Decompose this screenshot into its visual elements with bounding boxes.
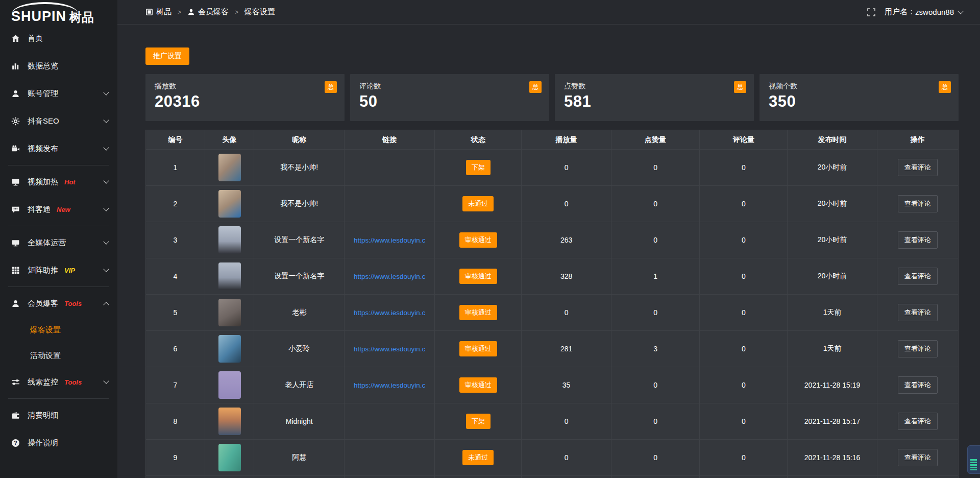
view-comments-button[interactable]: 查看评论 (898, 413, 938, 430)
sidebar-item-omnimedia[interactable]: 全媒体运营 (0, 229, 117, 256)
cell-actions (877, 476, 958, 478)
sidebar-divider (8, 226, 109, 226)
cell-likes: 0 (611, 186, 700, 222)
view-comments-button[interactable]: 查看评论 (898, 231, 938, 249)
cell-plays: 0 (522, 295, 611, 331)
tools-badge: Tools (64, 300, 82, 307)
video-link[interactable]: https://www.iesdouyin.c (347, 381, 432, 389)
total-badge: 总 (529, 81, 542, 93)
sidebar-item-account-management[interactable]: 账号管理 (0, 80, 117, 107)
status-badge[interactable]: 审核通过 (459, 269, 497, 284)
stat-card-plays: 播放数 20316 总 (145, 74, 345, 121)
promo-settings-button[interactable]: 推广设置 (145, 47, 189, 65)
app-logo: SHUPIN 树品 (0, 0, 117, 25)
cell-avatar (205, 186, 254, 222)
cell-id: 3 (146, 222, 205, 258)
video-link[interactable]: https://www.iesdouyin.c (347, 345, 432, 353)
status-badge[interactable]: 审核通过 (459, 341, 497, 356)
view-comments-button[interactable]: 查看评论 (898, 376, 938, 394)
cell-link: https://www.iesdouyin.c (345, 222, 435, 258)
stat-value: 20316 (155, 92, 335, 111)
video-link[interactable]: https://www.iesdouyin.c (347, 273, 432, 280)
view-comments-button[interactable]: 查看评论 (898, 195, 938, 212)
breadcrumb-item-shupin[interactable]: 树品 (156, 7, 172, 17)
sidebar-item-data-overview[interactable]: 数据总览 (0, 52, 117, 80)
sidebar-item-label: 矩阵助推 (28, 266, 58, 275)
sidebar-item-consumption-detail[interactable]: 消费明细 (0, 401, 117, 429)
avatar (218, 190, 241, 218)
cell-avatar (205, 367, 254, 403)
sidebar-item-home[interactable]: 首页 (0, 25, 117, 52)
sidebar-subitem-activity-settings[interactable]: 活动设置 (0, 343, 117, 368)
breadcrumb-separator: > (235, 9, 238, 16)
status-badge[interactable]: 未通过 (462, 196, 494, 211)
cell-avatar (205, 258, 254, 295)
sidebar-item-member-baoke[interactable]: 会员爆客 Tools (0, 290, 117, 317)
sidebar-divider (8, 286, 109, 287)
dashboard-icon (145, 8, 153, 16)
sidebar-subitem-baoke-settings[interactable]: 爆客设置 (0, 317, 117, 343)
status-badge[interactable]: 下架 (466, 160, 491, 175)
status-badge[interactable]: 未通过 (462, 450, 494, 465)
widget-bars-icon (970, 459, 977, 470)
col-header-status: 状态 (435, 130, 522, 150)
cell-actions: 查看评论 (877, 150, 958, 186)
cell-actions: 查看评论 (877, 295, 958, 331)
sidebar-item-label: 抖音SEO (28, 116, 59, 126)
cell-link: https://www.iesdouyin.c (345, 367, 435, 403)
cell-actions: 查看评论 (877, 258, 958, 295)
sidebar-item-douyin-seo[interactable]: 抖音SEO (0, 107, 117, 135)
breadcrumb-item-baoke-settings: 爆客设置 (244, 7, 275, 17)
sidebar-item-video-publish[interactable]: 视频发布 (0, 135, 117, 162)
video-link[interactable]: https://www.iesdouyin.c (347, 309, 432, 317)
cell-nickname: 我不是小帅! (254, 186, 345, 222)
cell-publish-time: 1天前 (788, 331, 877, 367)
cell-actions: 查看评论 (877, 367, 958, 403)
view-comments-button[interactable]: 查看评论 (898, 340, 938, 357)
view-comments-button[interactable]: 查看评论 (898, 268, 938, 285)
cell-comments: 0 (700, 295, 788, 331)
user-menu[interactable]: 用户名： zswodun88 (885, 7, 963, 17)
sidebar-item-video-heat[interactable]: 视频加热 Hot (0, 168, 117, 196)
total-badge: 总 (325, 81, 337, 93)
cell-likes: 0 (611, 367, 700, 403)
video-link[interactable]: https://www.iesdouyin.c (347, 236, 432, 244)
chevron-down-icon (103, 205, 109, 211)
user-icon (11, 299, 20, 308)
cell-publish-time: 20小时前 (788, 186, 877, 222)
table-row: 3 设置一个新名字 https://www.iesdouyin.c 审核通过 2… (146, 222, 959, 258)
stat-value: 581 (564, 92, 745, 111)
avatar (218, 444, 241, 471)
bar-chart-icon (11, 62, 20, 70)
floating-widget[interactable] (967, 445, 980, 474)
chevron-down-icon (103, 89, 109, 95)
username-label: 用户名： (885, 7, 915, 17)
cell-avatar (205, 403, 254, 440)
status-badge[interactable]: 审核通过 (459, 305, 497, 320)
tools-badge: Tools (64, 378, 82, 386)
sidebar-item-label: 全媒体运营 (28, 238, 66, 248)
cell-publish-time: 20小时前 (788, 150, 877, 186)
sidebar-item-matrix-boost[interactable]: 矩阵助推 VIP (0, 256, 117, 284)
cell-plays: 0 (522, 186, 611, 222)
status-badge[interactable]: 下架 (466, 414, 491, 429)
col-header-id: 编号 (146, 130, 205, 150)
sidebar-item-instructions[interactable]: ? 操作说明 (0, 429, 117, 457)
status-badge[interactable]: 审核通过 (459, 377, 497, 393)
col-header-plays: 播放量 (522, 130, 611, 150)
breadcrumb-item-member-baoke[interactable]: 会员爆客 (198, 7, 229, 17)
status-badge[interactable]: 审核通过 (459, 232, 497, 248)
view-comments-button[interactable]: 查看评论 (898, 159, 938, 176)
cell-link: https://www.iesdouyin.c (345, 295, 435, 331)
cell-status: 审核通过 (435, 258, 522, 295)
fullscreen-icon[interactable] (867, 8, 875, 16)
cell-id (146, 476, 205, 478)
view-comments-button[interactable]: 查看评论 (898, 449, 938, 466)
cell-comments (700, 476, 788, 478)
cell-id: 6 (146, 331, 205, 367)
cell-nickname (254, 476, 345, 478)
sidebar-item-lead-monitor[interactable]: 线索监控 Tools (0, 368, 117, 396)
cell-link (345, 150, 435, 186)
sidebar-item-doukentong[interactable]: 抖客通 New (0, 196, 117, 223)
view-comments-button[interactable]: 查看评论 (898, 304, 938, 321)
